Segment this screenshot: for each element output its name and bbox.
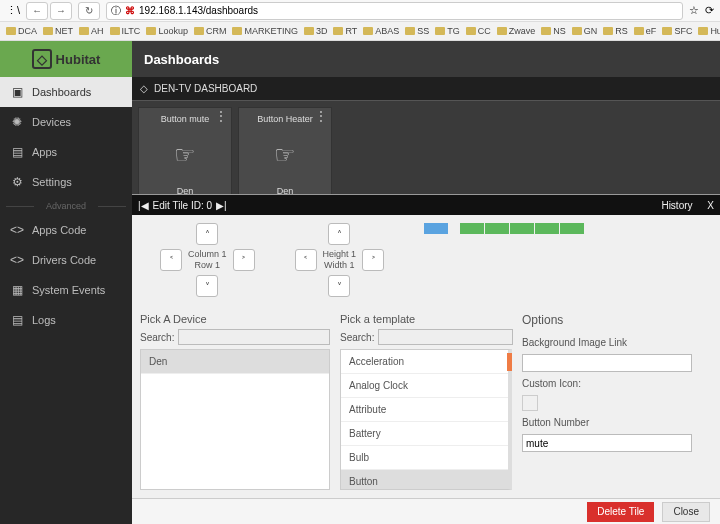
- bookmark-item[interactable]: MARKETING: [230, 26, 300, 36]
- bookmark-item[interactable]: Zwave: [495, 26, 538, 36]
- bookmark-item[interactable]: CRM: [192, 26, 229, 36]
- bookmark-star-icon[interactable]: ☆: [689, 4, 699, 17]
- template-list[interactable]: AccelerationAnalog ClockAttributeBattery…: [340, 349, 512, 490]
- calendar-icon: ▦: [10, 283, 24, 297]
- preview-cell[interactable]: [560, 223, 584, 234]
- template-search-input[interactable]: [378, 329, 513, 345]
- width-right-button[interactable]: ˃: [362, 249, 384, 271]
- col-left-button[interactable]: ˂: [160, 249, 182, 271]
- brand-logo[interactable]: ◇ Hubitat: [0, 41, 132, 77]
- sidebar: ◇ Hubitat ▣Dashboards ✺Devices ▤Apps ⚙Se…: [0, 41, 132, 524]
- bookmark-item[interactable]: eF: [632, 26, 659, 36]
- bookmark-item[interactable]: GN: [570, 26, 600, 36]
- nav-system-events[interactable]: ▦System Events: [0, 275, 132, 305]
- template-list-item[interactable]: Attribute: [341, 398, 508, 422]
- bookmark-item[interactable]: NS: [539, 26, 568, 36]
- reading-list-icon[interactable]: ⋮\: [6, 4, 20, 17]
- row-down-button[interactable]: ˅: [196, 275, 218, 297]
- url-bar[interactable]: ⓘ ⌘ 192.168.1.143/dashboards: [106, 2, 683, 20]
- bookmark-item[interactable]: ILTC: [108, 26, 143, 36]
- main-area: Dashboards ◇ DEN-TV DASHBOARD Button mut…: [132, 41, 720, 524]
- nav-apps[interactable]: ▤Apps: [0, 137, 132, 167]
- device-list[interactable]: Den: [140, 349, 330, 490]
- next-tile-icon[interactable]: ▶|: [216, 200, 227, 211]
- site-icon: ⌘: [125, 5, 135, 16]
- nav-devices[interactable]: ✺Devices: [0, 107, 132, 137]
- tile-menu-icon[interactable]: ⋮: [215, 114, 227, 118]
- reload-button[interactable]: ↻: [78, 2, 100, 20]
- bookmark-item[interactable]: RS: [601, 26, 630, 36]
- preview-cell[interactable]: [510, 223, 534, 234]
- dashboard-tile[interactable]: Button Heater⋮☞Den: [238, 107, 332, 203]
- editor-close-x[interactable]: X: [707, 200, 714, 211]
- dashboard-name: DEN-TV DASHBOARD: [154, 83, 257, 94]
- bookmark-item[interactable]: 3D: [302, 26, 330, 36]
- bookmark-item[interactable]: AH: [77, 26, 106, 36]
- bookmark-item[interactable]: SFC: [660, 26, 694, 36]
- preview-cell[interactable]: [460, 223, 484, 234]
- custom-icon-label: Custom Icon:: [522, 378, 692, 389]
- bookmark-item[interactable]: RT: [331, 26, 359, 36]
- refresh-icon[interactable]: ⟳: [705, 4, 714, 17]
- tile-menu-icon[interactable]: ⋮: [315, 114, 327, 118]
- row-up-button[interactable]: ˄: [196, 223, 218, 245]
- height-up-button[interactable]: ˄: [328, 223, 350, 245]
- bookmark-item[interactable]: TG: [433, 26, 462, 36]
- hubitat-icon: ◇: [32, 49, 52, 69]
- bookmark-item[interactable]: CC: [464, 26, 493, 36]
- bookmark-item[interactable]: Hubi: [696, 26, 720, 36]
- button-number-input[interactable]: [522, 434, 692, 452]
- hand-tap-icon: ☞: [274, 141, 296, 169]
- width-left-button[interactable]: ˂: [295, 249, 317, 271]
- options-title: Options: [522, 313, 692, 327]
- bookmark-item[interactable]: NET: [41, 26, 75, 36]
- height-down-button[interactable]: ˅: [328, 275, 350, 297]
- template-panel-title: Pick a template: [340, 313, 512, 325]
- nav-dashboards[interactable]: ▣Dashboards: [0, 77, 132, 107]
- nav-apps-code[interactable]: <>Apps Code: [0, 215, 132, 245]
- preview-cell-selected[interactable]: [424, 223, 448, 234]
- template-list-item[interactable]: Button: [341, 470, 508, 490]
- nav-settings[interactable]: ⚙Settings: [0, 167, 132, 197]
- bg-image-input[interactable]: [522, 354, 692, 372]
- bookmark-item[interactable]: SS: [403, 26, 431, 36]
- template-list-item[interactable]: Analog Clock: [341, 374, 508, 398]
- settings-icon: ⚙: [10, 175, 24, 189]
- back-button[interactable]: ←: [26, 2, 48, 20]
- template-search-label: Search:: [340, 332, 374, 343]
- device-panel-title: Pick A Device: [140, 313, 330, 325]
- bookmark-item[interactable]: Lookup: [144, 26, 190, 36]
- preview-cell[interactable]: [535, 223, 559, 234]
- tile-editor: |◀ Edit Tile ID: 0 ▶| History X ˄ ˂ Colu…: [132, 194, 720, 524]
- prev-tile-icon[interactable]: |◀: [138, 200, 149, 211]
- bg-image-label: Background Image Link: [522, 337, 692, 348]
- editor-title: Edit Tile ID: 0: [153, 200, 212, 211]
- history-link[interactable]: History: [661, 200, 692, 211]
- home-icon[interactable]: ◇: [140, 83, 148, 94]
- custom-icon-picker[interactable]: [522, 395, 538, 411]
- dashboard-tile[interactable]: Button mute⋮☞Den: [138, 107, 232, 203]
- bookmark-item[interactable]: ABAS: [361, 26, 401, 36]
- bookmark-item[interactable]: DCA: [4, 26, 39, 36]
- delete-tile-button[interactable]: Delete Tile: [587, 502, 654, 522]
- template-list-item[interactable]: Battery: [341, 422, 508, 446]
- close-button[interactable]: Close: [662, 502, 710, 522]
- preview-cell[interactable]: [485, 223, 509, 234]
- code-icon: <>: [10, 223, 24, 237]
- template-list-item[interactable]: Acceleration: [341, 350, 508, 374]
- browser-toolbar: ⋮\ ← → ↻ ⓘ ⌘ 192.168.1.143/dashboards ☆ …: [0, 0, 720, 22]
- template-list-item[interactable]: Bulb: [341, 446, 508, 470]
- col-right-button[interactable]: ˃: [233, 249, 255, 271]
- nav-drivers-code[interactable]: <>Drivers Code: [0, 245, 132, 275]
- scroll-indicator[interactable]: [507, 353, 512, 371]
- device-search-input[interactable]: [178, 329, 330, 345]
- nav-separator: Advanced: [0, 197, 132, 215]
- apps-icon: ▤: [10, 145, 24, 159]
- device-list-item[interactable]: Den: [141, 350, 329, 374]
- code-icon: <>: [10, 253, 24, 267]
- options-panel: Options Background Image Link Custom Ico…: [522, 313, 692, 490]
- grid-preview: [424, 223, 584, 301]
- forward-button[interactable]: →: [50, 2, 72, 20]
- position-controls: ˄ ˂ Column 1Row 1 ˃ ˅ ˄ ˂ Height 1Width …: [140, 219, 404, 301]
- nav-logs[interactable]: ▤Logs: [0, 305, 132, 335]
